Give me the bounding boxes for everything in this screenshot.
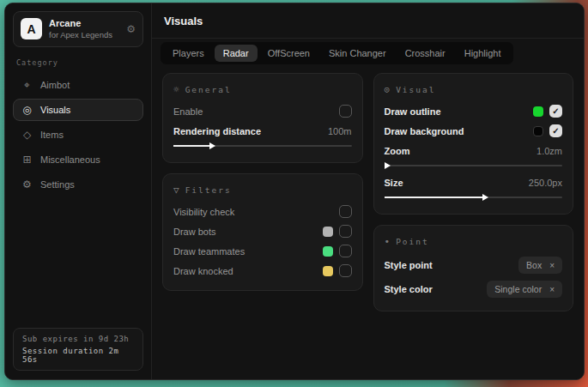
aimbot-icon: ⌖ — [21, 79, 33, 91]
brand-card: A Arcane for Apex Legends ⚙ — [13, 11, 143, 47]
visibility-check-checkbox[interactable] — [339, 205, 352, 218]
tab-radar[interactable]: Radar — [215, 45, 258, 62]
row-visibility-check: Visibility check — [173, 202, 352, 221]
right-column: ⊙ Visual Draw outline ✓ Draw background — [373, 73, 574, 322]
draw-background-checkbox[interactable]: ✓ — [549, 124, 562, 137]
row-draw-teammates: Draw teammates — [173, 241, 352, 261]
panel-visual: ⊙ Visual Draw outline ✓ Draw background — [373, 73, 574, 215]
size-slider[interactable] — [385, 193, 563, 202]
slider-thumb[interactable] — [173, 145, 209, 147]
draw-outline-color-swatch[interactable] — [533, 106, 543, 117]
gear-icon[interactable]: ⚙ — [126, 23, 136, 35]
tab-highlight[interactable]: Highlight — [456, 45, 510, 62]
sidebar-item-label: Settings — [40, 179, 75, 190]
sidebar-item-visuals[interactable]: ◎ Visuals — [13, 99, 143, 121]
row-draw-knocked: Draw knocked — [173, 261, 352, 281]
visibility-check-label: Visibility check — [173, 207, 234, 217]
sidebar-item-settings[interactable]: ⚙ Settings — [13, 173, 143, 196]
row-draw-background: Draw background ✓ — [385, 121, 563, 141]
draw-outline-checkbox[interactable]: ✓ — [549, 105, 562, 118]
zoom-label: Zoom — [385, 146, 410, 156]
enable-label: Enable — [173, 106, 203, 117]
row-draw-bots: Draw bots — [173, 221, 352, 241]
sidebar-item-items[interactable]: ◇ Items — [13, 124, 143, 146]
draw-outline-label: Draw outline — [385, 106, 441, 117]
category-label: Category — [16, 58, 140, 67]
app-window: A Arcane for Apex Legends ⚙ Category ⌖ A… — [4, 3, 585, 380]
rendering-distance-value: 100m — [328, 126, 352, 136]
cube-icon: ◇ — [21, 129, 33, 141]
style-color-select[interactable]: Single color × — [487, 281, 562, 298]
tabstrip-row: Players Radar OffScreen Skin Changer Cro… — [152, 39, 584, 64]
panel-title-text: General — [185, 85, 232, 94]
tab-offscreen[interactable]: OffScreen — [259, 45, 318, 62]
tab-players[interactable]: Players — [164, 45, 213, 62]
panel-filters-title: ▽ Filters — [173, 184, 352, 196]
draw-knocked-label: Draw knocked — [173, 266, 233, 276]
draw-bots-color-swatch[interactable] — [323, 227, 333, 237]
row-draw-outline: Draw outline ✓ — [385, 101, 563, 121]
sub-expires-text: Sub expires in 9d 23h — [22, 335, 134, 343]
slider-track — [385, 165, 563, 166]
panel-visual-title: ⊙ Visual — [385, 84, 563, 95]
panel-title-text: Filters — [185, 185, 232, 195]
filter-icon: ▽ — [173, 184, 179, 196]
rendering-distance-slider[interactable] — [173, 142, 352, 150]
left-column: ☼ General Enable Rendering distance 100m — [162, 73, 363, 301]
row-size: Size 250.0px — [385, 172, 563, 192]
row-rendering-distance: Rendering distance 100m — [173, 121, 352, 141]
style-color-label: Style color — [385, 284, 433, 294]
visuals-icon: ◎ — [21, 104, 33, 116]
point-icon: • — [385, 236, 391, 247]
sidebar-item-label: Aimbot — [40, 80, 70, 90]
tab-crosshair[interactable]: Crosshair — [397, 45, 454, 62]
general-icon: ☼ — [173, 84, 179, 95]
sidebar-item-aimbot[interactable]: ⌖ Aimbot — [13, 74, 143, 96]
sidebar-item-label: Visuals — [40, 105, 70, 115]
slider-thumb[interactable] — [385, 197, 482, 198]
panel-title-text: Point — [396, 237, 429, 246]
sidebar-item-miscellaneous[interactable]: ⊞ Miscellaneous — [13, 148, 143, 171]
draw-bots-label: Draw bots — [173, 227, 216, 237]
row-style-point: Style point Box × — [385, 253, 563, 277]
style-color-value: Single color — [494, 284, 542, 294]
panel-filters: ▽ Filters Visibility check Draw bots — [162, 173, 363, 291]
draw-background-label: Draw background — [385, 126, 464, 136]
eye-icon: ⊙ — [385, 84, 391, 95]
style-point-label: Style point — [385, 260, 433, 270]
draw-teammates-color-swatch[interactable] — [323, 246, 333, 257]
style-point-select[interactable]: Box × — [518, 257, 562, 274]
size-label: Size — [385, 178, 403, 188]
app-name: Arcane — [49, 18, 119, 29]
main-area: Visuals Players Radar OffScreen Skin Cha… — [152, 3, 584, 379]
tab-skin-changer[interactable]: Skin Changer — [320, 45, 395, 62]
panel-general: ☼ General Enable Rendering distance 100m — [162, 73, 363, 163]
draw-bots-checkbox[interactable] — [339, 225, 352, 238]
enable-checkbox[interactable] — [339, 105, 352, 118]
draw-knocked-checkbox[interactable] — [339, 264, 352, 277]
size-value: 250.0px — [529, 178, 562, 188]
panel-point-title: • Point — [385, 236, 563, 247]
grid-icon: ⊞ — [21, 154, 33, 166]
style-point-value: Box — [526, 260, 542, 270]
close-icon[interactable]: × — [549, 285, 555, 294]
draw-teammates-label: Draw teammates — [173, 246, 245, 257]
draw-knocked-color-swatch[interactable] — [323, 266, 333, 276]
rendering-distance-label: Rendering distance — [173, 126, 261, 136]
close-icon[interactable]: × — [549, 261, 555, 270]
sidebar: A Arcane for Apex Legends ⚙ Category ⌖ A… — [5, 3, 152, 379]
row-enable: Enable — [173, 101, 352, 121]
row-style-color: Style color Single color × — [385, 277, 563, 301]
content-grid: ☼ General Enable Rendering distance 100m — [152, 64, 584, 379]
app-logo: A — [21, 18, 42, 39]
panel-point: • Point Style point Box × Style color S — [373, 225, 574, 311]
zoom-value: 1.0zm — [536, 146, 562, 156]
app-subtitle: for Apex Legends — [49, 31, 119, 40]
panel-title-text: Visual — [396, 85, 435, 94]
row-zoom: Zoom 1.0zm — [385, 141, 563, 160]
draw-background-color-swatch[interactable] — [533, 126, 543, 136]
draw-teammates-checkbox[interactable] — [339, 245, 352, 257]
zoom-slider[interactable] — [385, 161, 563, 170]
subscription-card: Sub expires in 9d 23h Session duration 2… — [13, 328, 143, 371]
panel-general-title: ☼ General — [173, 84, 352, 95]
